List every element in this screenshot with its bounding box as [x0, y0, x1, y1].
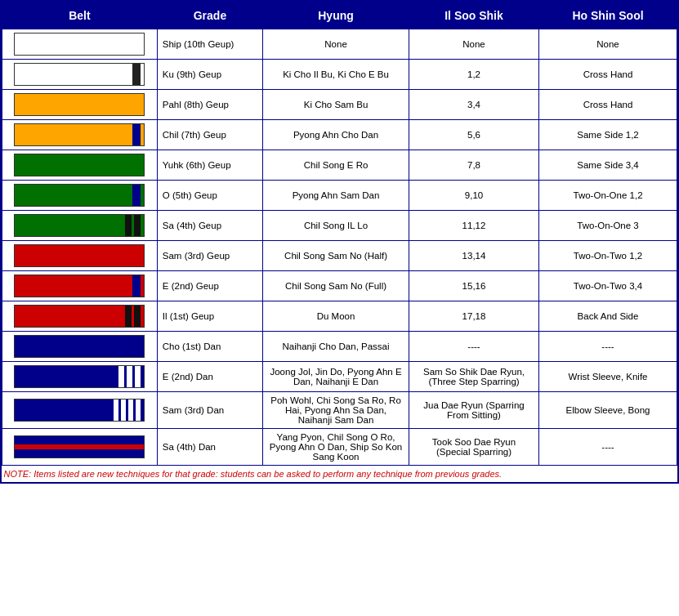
- ilsooshik-cell: Took Soo Dae Ryun (Special Sparring): [409, 429, 538, 466]
- hoshin-cell: Same Side 3,4: [539, 150, 677, 181]
- hoshin-cell: Cross Hand: [539, 60, 677, 90]
- table-row: Il (1st) GeupDu Moon17,18Back And Side: [2, 301, 677, 332]
- table-row: Cho (1st) DanNaihanji Cho Dan, Passai---…: [2, 332, 677, 362]
- belt-visual-cell: [2, 181, 158, 211]
- ilsooshik-cell: ----: [409, 332, 538, 362]
- hyung-cell: Chil Song IL Lo: [263, 211, 409, 241]
- hyung-cell: Pyong Ahn Cho Dan: [263, 120, 409, 150]
- grade-cell: Pahl (8th) Geup: [157, 90, 262, 120]
- grade-cell: E (2nd) Geup: [157, 271, 262, 301]
- hyung-cell: Poh Wohl, Chi Song Sa Ro, Ro Hai, Pyong …: [263, 392, 409, 429]
- grade-cell: Chil (7th) Geup: [157, 120, 262, 150]
- belt-visual-cell: [2, 241, 158, 271]
- grade-column-header: Grade: [157, 2, 262, 29]
- main-table-container: Belt Grade Hyung Il Soo Shik Ho Shin Soo…: [0, 0, 679, 484]
- grade-cell: Cho (1st) Dan: [157, 332, 262, 362]
- table-row: E (2nd) GeupChil Song Sam No (Full)15,16…: [2, 271, 677, 301]
- grade-cell: Sa (4th) Dan: [157, 429, 262, 466]
- ilsooshik-cell: 7,8: [409, 150, 538, 181]
- hoshin-cell: Elbow Sleeve, Bong: [539, 392, 677, 429]
- belt-visual-cell: [2, 29, 158, 60]
- grade-cell: Yuhk (6th) Geup: [157, 150, 262, 181]
- hyung-cell: Ki Cho Il Bu, Ki Cho E Bu: [263, 60, 409, 90]
- belt-visual-cell: [2, 301, 158, 332]
- hoshin-cell: Back And Side: [539, 301, 677, 332]
- table-row: Pahl (8th) GeupKi Cho Sam Bu3,4Cross Han…: [2, 90, 677, 120]
- table-row: E (2nd) DanJoong Jol, Jin Do, Pyong Ahn …: [2, 362, 677, 392]
- hyung-cell: Chil Song E Ro: [263, 150, 409, 181]
- ilsooshik-cell: Jua Dae Ryun (Sparring From Sitting): [409, 392, 538, 429]
- belt-visual-cell: [2, 120, 158, 150]
- hoshin-cell: None: [539, 29, 677, 60]
- ilsooshik-cell: 17,18: [409, 301, 538, 332]
- belt-visual-cell: [2, 392, 158, 429]
- ilsooshik-column-header: Il Soo Shik: [409, 2, 538, 29]
- hoshin-cell: Two-On-Two 1,2: [539, 241, 677, 271]
- note-text: NOTE: Items listed are new techniques fo…: [2, 466, 677, 483]
- table-row: Ku (9th) GeupKi Cho Il Bu, Ki Cho E Bu1,…: [2, 60, 677, 90]
- hoshin-cell: Two-On-One 3: [539, 211, 677, 241]
- table-row: O (5th) GeupPyong Ahn Sam Dan9,10Two-On-…: [2, 181, 677, 211]
- table-row: Sam (3rd) GeupChil Song Sam No (Half)13,…: [2, 241, 677, 271]
- hoshin-cell: Same Side 1,2: [539, 120, 677, 150]
- hyung-cell: Pyong Ahn Sam Dan: [263, 181, 409, 211]
- table-row: Sa (4th) GeupChil Song IL Lo11,12Two-On-…: [2, 211, 677, 241]
- ilsooshik-cell: 11,12: [409, 211, 538, 241]
- hoshin-cell: Two-On-One 1,2: [539, 181, 677, 211]
- ilsooshik-cell: 1,2: [409, 60, 538, 90]
- hyung-cell: Ki Cho Sam Bu: [263, 90, 409, 120]
- hoshin-cell: ----: [539, 332, 677, 362]
- belt-visual-cell: [2, 211, 158, 241]
- belt-visual-cell: [2, 362, 158, 392]
- table-row: Yuhk (6th) GeupChil Song E Ro7,8Same Sid…: [2, 150, 677, 181]
- hyung-cell: Chil Song Sam No (Full): [263, 271, 409, 301]
- grade-cell: Sa (4th) Geup: [157, 211, 262, 241]
- ilsooshik-cell: 9,10: [409, 181, 538, 211]
- curriculum-table: Belt Grade Hyung Il Soo Shik Ho Shin Soo…: [2, 2, 677, 482]
- ilsooshik-cell: 13,14: [409, 241, 538, 271]
- grade-cell: Il (1st) Geup: [157, 301, 262, 332]
- grade-cell: E (2nd) Dan: [157, 362, 262, 392]
- belt-visual-cell: [2, 271, 158, 301]
- ilsooshik-cell: Sam So Shik Dae Ryun, (Three Step Sparri…: [409, 362, 538, 392]
- belt-visual-cell: [2, 332, 158, 362]
- grade-cell: Sam (3rd) Dan: [157, 392, 262, 429]
- ilsooshik-cell: 15,16: [409, 271, 538, 301]
- hyung-cell: Yang Pyon, Chil Song O Ro, Pyong Ahn O D…: [263, 429, 409, 466]
- table-row: Sa (4th) DanYang Pyon, Chil Song O Ro, P…: [2, 429, 677, 466]
- belt-visual-cell: [2, 150, 158, 181]
- grade-cell: Sam (3rd) Geup: [157, 241, 262, 271]
- ilsooshik-cell: 5,6: [409, 120, 538, 150]
- table-row: Ship (10th Geup)NoneNoneNone: [2, 29, 677, 60]
- belt-column-header: Belt: [2, 2, 158, 29]
- hoshin-cell: Cross Hand: [539, 90, 677, 120]
- belt-visual-cell: [2, 429, 158, 466]
- hyung-cell: Chil Song Sam No (Half): [263, 241, 409, 271]
- belt-visual-cell: [2, 90, 158, 120]
- hoshin-column-header: Ho Shin Sool: [539, 2, 677, 29]
- hyung-column-header: Hyung: [263, 2, 409, 29]
- table-row: Sam (3rd) DanPoh Wohl, Chi Song Sa Ro, R…: [2, 392, 677, 429]
- grade-cell: Ku (9th) Geup: [157, 60, 262, 90]
- hyung-cell: Naihanji Cho Dan, Passai: [263, 332, 409, 362]
- hoshin-cell: Two-On-Two 3,4: [539, 271, 677, 301]
- hyung-cell: Joong Jol, Jin Do, Pyong Ahn E Dan, Naih…: [263, 362, 409, 392]
- hyung-cell: Du Moon: [263, 301, 409, 332]
- table-row: Chil (7th) GeupPyong Ahn Cho Dan5,6Same …: [2, 120, 677, 150]
- ilsooshik-cell: 3,4: [409, 90, 538, 120]
- hyung-cell: None: [263, 29, 409, 60]
- belt-visual-cell: [2, 60, 158, 90]
- ilsooshik-cell: None: [409, 29, 538, 60]
- hoshin-cell: ----: [539, 429, 677, 466]
- hoshin-cell: Wrist Sleeve, Knife: [539, 362, 677, 392]
- grade-cell: O (5th) Geup: [157, 181, 262, 211]
- grade-cell: Ship (10th Geup): [157, 29, 262, 60]
